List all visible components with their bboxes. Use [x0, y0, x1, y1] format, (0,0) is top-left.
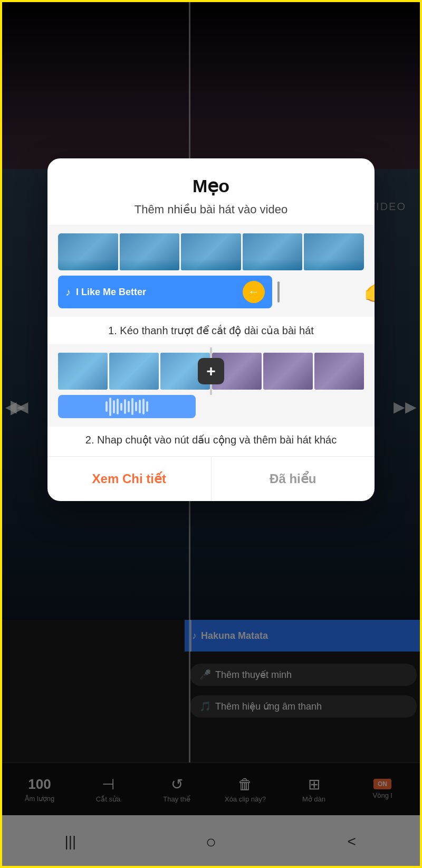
demo-track-label: I Like Me Better	[76, 287, 146, 298]
modal-header: Mẹo Thêm nhiều bài hát vào video	[47, 158, 375, 225]
detail-button[interactable]: Xem Chi tiết	[47, 457, 212, 501]
split-filmstrip: +	[58, 353, 364, 390]
wave-bar-8	[131, 398, 133, 415]
wave-bar-11	[142, 399, 145, 414]
music-bar-row: ♪ I Like Me Better ← 👉	[58, 276, 364, 308]
demo-filmstrip-1	[58, 233, 364, 270]
wave-bar-4	[117, 399, 119, 414]
film-cell-3	[181, 233, 241, 270]
wave-bar-12	[146, 401, 148, 412]
film-cell-1	[58, 233, 118, 270]
split-film-1	[58, 353, 108, 390]
modal-overlay: Mẹo Thêm nhiều bài hát vào video ♪ I Lik…	[0, 0, 422, 868]
split-left	[58, 353, 210, 390]
demo-area-2: +	[47, 344, 375, 427]
demo-music-note-icon: ♪	[65, 286, 71, 298]
wave-bars	[101, 395, 152, 418]
wave-bar-10	[139, 400, 141, 413]
wave-bar-3	[113, 400, 115, 413]
wave-bar-5	[120, 403, 122, 411]
step2-text: 2. Nhap chuột vào nút dấu cộng và thêm b…	[47, 427, 375, 456]
back-arrow-demo: ←	[243, 281, 265, 303]
film-cell-4	[243, 233, 303, 270]
modal-title: Mẹo	[69, 175, 353, 196]
split-film-6	[314, 353, 364, 390]
understood-button[interactable]: Đã hiểu	[212, 457, 375, 501]
wave-bar-6	[124, 399, 126, 414]
hand-cursor-icon: 👉	[363, 277, 375, 307]
wave-bar-2	[109, 398, 111, 416]
step1-text: 1. Kéo thanh trượt để cắt độ dài của bài…	[47, 317, 375, 344]
music-bar-demo: ♪ I Like Me Better ←	[58, 276, 272, 308]
tip-modal: Mẹo Thêm nhiều bài hát vào video ♪ I Lik…	[47, 158, 375, 501]
audio-wave-demo	[58, 395, 196, 418]
plus-button-demo[interactable]: +	[198, 358, 224, 384]
modal-footer: Xem Chi tiết Đã hiểu	[47, 456, 375, 501]
modal-subtitle: Thêm nhiều bài hát vào video	[69, 203, 353, 216]
wave-bar-1	[106, 401, 108, 412]
wave-bar-9	[135, 402, 137, 411]
film-cell-5	[304, 233, 364, 270]
wave-bar-7	[128, 401, 130, 412]
split-film-2	[109, 353, 159, 390]
demo-area-1: ♪ I Like Me Better ← 👉	[47, 225, 375, 317]
film-cell-2	[120, 233, 180, 270]
split-film-5	[263, 353, 313, 390]
split-right	[212, 353, 364, 390]
drag-handle	[277, 281, 280, 303]
